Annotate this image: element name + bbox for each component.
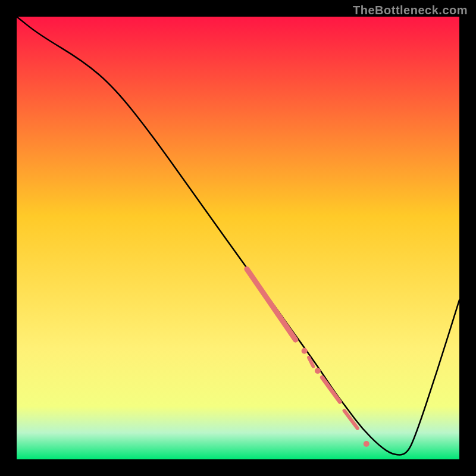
- watermark-text: TheBottleneck.com: [353, 4, 468, 17]
- highlight-dot: [302, 348, 308, 354]
- bottleneck-chart: [0, 0, 476, 476]
- plot-area: [17, 17, 459, 459]
- highlight-dot: [364, 441, 369, 447]
- highlight-dot: [315, 368, 321, 374]
- chart-stage: TheBottleneck.com: [0, 0, 476, 476]
